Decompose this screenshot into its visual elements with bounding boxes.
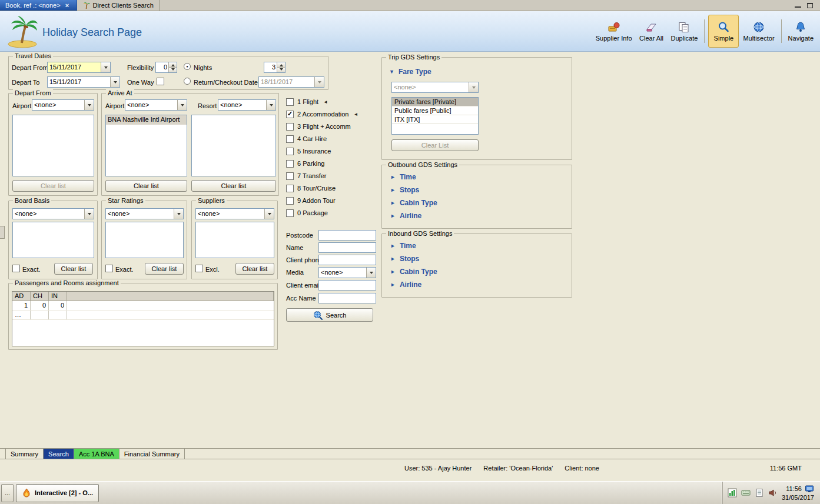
outbound-time-header[interactable]: ►Time bbox=[390, 173, 416, 181]
star-ratings-list[interactable] bbox=[105, 222, 184, 258]
client-email-input[interactable] bbox=[318, 280, 376, 291]
nights-spinner[interactable]: 3 bbox=[264, 62, 285, 73]
clear-all-button[interactable]: Clear All bbox=[636, 15, 667, 48]
tray-document-icon[interactable] bbox=[755, 488, 764, 498]
inbound-cabin-type-header[interactable]: ►Cabin Type bbox=[390, 268, 437, 276]
spin-down-icon[interactable] bbox=[169, 67, 177, 72]
tab-summary[interactable]: Summary bbox=[5, 449, 44, 459]
product-row-car-hire[interactable]: 4 Car Hire bbox=[286, 134, 331, 143]
product-row-transfer[interactable]: 7 Transfer bbox=[286, 171, 331, 181]
spin-up-icon[interactable] bbox=[277, 62, 285, 67]
media-combo[interactable]: <none> bbox=[318, 267, 376, 278]
suppliers-excl-checkbox[interactable] bbox=[195, 265, 203, 272]
duplicate-button[interactable]: Duplicate bbox=[668, 15, 701, 48]
dropdown-arrow-icon[interactable] bbox=[84, 100, 94, 110]
product-row-addon-tour[interactable]: 9 Addon Tour bbox=[286, 196, 340, 205]
tab-acc-1a-bna[interactable]: Acc 1A BNA bbox=[74, 449, 119, 459]
name-input[interactable] bbox=[318, 242, 376, 253]
resort-combo[interactable]: <none> bbox=[218, 99, 276, 111]
simple-mode-button[interactable]: Simple bbox=[708, 15, 739, 48]
return-date-picker[interactable]: 18/11/2017 bbox=[258, 76, 324, 88]
minimize-icon[interactable] bbox=[795, 3, 801, 8]
passenger-add-row[interactable]: … bbox=[12, 311, 274, 320]
search-button[interactable]: Search bbox=[286, 308, 373, 322]
spin-up-icon[interactable] bbox=[169, 62, 177, 67]
dropdown-arrow-icon[interactable] bbox=[264, 209, 274, 219]
inbound-stops-header[interactable]: ►Stops bbox=[390, 255, 419, 263]
taskbar-app-button[interactable]: Interactive [2] - O... bbox=[16, 484, 99, 502]
spin-down-icon[interactable] bbox=[277, 67, 285, 72]
depart-airport-list[interactable] bbox=[12, 115, 94, 176]
tray-monitor-icon[interactable] bbox=[805, 485, 814, 493]
clear-suppliers-button[interactable]: Clear list bbox=[235, 263, 274, 275]
one-way-checkbox[interactable] bbox=[157, 78, 164, 85]
fare-item-public[interactable]: Public fares [Public] bbox=[392, 106, 478, 115]
car-hire-checkbox[interactable] bbox=[286, 135, 294, 143]
depart-airport-combo[interactable]: <none> bbox=[32, 99, 94, 111]
close-tab-icon[interactable]: × bbox=[64, 2, 71, 9]
product-row-insurance[interactable]: 5 Insurance bbox=[286, 146, 336, 156]
product-row-flight-accomm[interactable]: 3 Flight + Accomm bbox=[286, 122, 356, 131]
addon-tour-checkbox[interactable] bbox=[286, 197, 294, 205]
add-row-cell[interactable]: … bbox=[12, 311, 31, 319]
clear-resort-list-button[interactable]: Clear list bbox=[191, 180, 276, 192]
tab-direct-clients-search[interactable]: Direct Clients Search bbox=[77, 0, 160, 11]
star-ratings-exact-checkbox[interactable] bbox=[105, 265, 113, 272]
suppliers-combo[interactable]: <none> bbox=[195, 208, 274, 219]
return-date-radio[interactable] bbox=[184, 78, 191, 85]
clear-fare-list-button[interactable]: Clear List bbox=[391, 139, 479, 151]
taskbar-clock[interactable]: 11:56 31/05/2017 bbox=[782, 485, 814, 502]
list-item-selected[interactable]: BNA Nashville Intl Airport bbox=[106, 115, 187, 125]
dropdown-arrow-icon[interactable] bbox=[101, 62, 110, 72]
tray-chart-icon[interactable] bbox=[728, 488, 737, 498]
arrive-airport-combo[interactable]: <none> bbox=[125, 99, 187, 111]
postcode-input[interactable] bbox=[318, 230, 376, 241]
flight-checkbox[interactable] bbox=[286, 98, 294, 106]
tab-financial-summary[interactable]: Financial Summary bbox=[119, 449, 185, 459]
dropdown-arrow-icon[interactable] bbox=[174, 209, 183, 219]
depart-to-date-picker[interactable]: 15/11/2017 bbox=[47, 76, 120, 88]
navigate-button[interactable]: Navigate bbox=[785, 15, 816, 48]
resort-list[interactable] bbox=[191, 115, 276, 176]
product-row-tour-cruise[interactable]: 8 Tour/Cruise bbox=[286, 183, 340, 193]
insurance-checkbox[interactable] bbox=[286, 148, 294, 155]
dropdown-arrow-icon[interactable] bbox=[177, 100, 187, 110]
clear-arrive-airport-list-button[interactable]: Clear list bbox=[105, 180, 187, 192]
inbound-time-header[interactable]: ►Time bbox=[390, 242, 416, 250]
fare-item-itx[interactable]: ITX [ITX] bbox=[392, 115, 478, 124]
inbound-airline-header[interactable]: ►Airline bbox=[390, 281, 421, 289]
dropdown-arrow-icon[interactable] bbox=[84, 209, 94, 219]
tray-speaker-icon[interactable] bbox=[768, 488, 778, 498]
acc-name-input[interactable] bbox=[318, 293, 376, 303]
outbound-stops-header[interactable]: ►Stops bbox=[390, 186, 419, 194]
product-row-accommodation[interactable]: ✓2 Accommodation◄ bbox=[286, 109, 358, 119]
passenger-row[interactable]: 1 0 0 bbox=[12, 301, 274, 311]
restore-icon[interactable] bbox=[807, 3, 813, 8]
outbound-cabin-type-header[interactable]: ►Cabin Type bbox=[390, 199, 437, 207]
parking-checkbox[interactable] bbox=[286, 160, 294, 168]
depart-from-date-picker[interactable]: 15/11/2017 bbox=[47, 62, 111, 73]
product-row-package[interactable]: 0 Package bbox=[286, 208, 333, 218]
nights-radio[interactable]: ● bbox=[184, 63, 191, 70]
flexibility-spinner[interactable]: 0 bbox=[155, 62, 177, 73]
board-basis-combo[interactable]: <none> bbox=[12, 208, 94, 219]
accommodation-checkbox[interactable]: ✓ bbox=[286, 111, 294, 118]
tab-booking-ref[interactable]: Book. ref .: <none> × bbox=[0, 0, 77, 11]
passengers-table[interactable]: AD CH IN 1 0 0 … bbox=[12, 291, 274, 346]
fare-type-combo[interactable]: <none> bbox=[391, 82, 479, 93]
dropdown-arrow-icon[interactable] bbox=[110, 77, 119, 87]
clear-board-basis-button[interactable]: Clear list bbox=[54, 263, 93, 275]
flight-accomm-checkbox[interactable] bbox=[286, 123, 294, 131]
dropdown-arrow-icon[interactable] bbox=[266, 100, 275, 110]
arrive-airport-list[interactable]: BNA Nashville Intl Airport bbox=[105, 115, 187, 176]
tab-search[interactable]: Search bbox=[44, 449, 74, 459]
outbound-airline-header[interactable]: ►Airline bbox=[390, 212, 421, 220]
tray-keyboard-icon[interactable] bbox=[741, 488, 751, 498]
product-row-flight[interactable]: 1 Flight◄ bbox=[286, 97, 328, 106]
transfer-checkbox[interactable] bbox=[286, 172, 294, 180]
fare-type-header[interactable]: ▼ Fare Type bbox=[389, 68, 431, 76]
panel-collapse-handle[interactable] bbox=[0, 226, 5, 239]
suppliers-list[interactable] bbox=[195, 222, 274, 258]
board-basis-exact-checkbox[interactable] bbox=[12, 265, 20, 272]
board-basis-list[interactable] bbox=[12, 222, 94, 258]
